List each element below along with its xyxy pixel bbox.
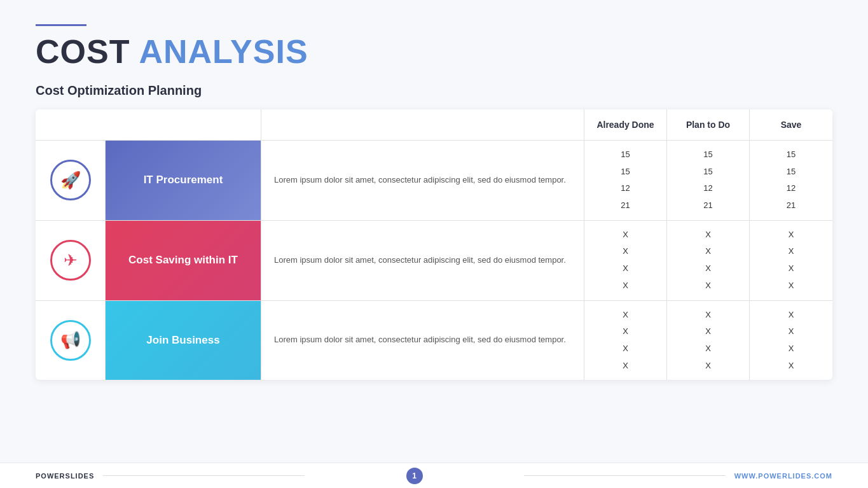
- footer-line-left: [103, 475, 305, 476]
- megaphone-icon: 📢: [50, 320, 91, 361]
- col-header-save: Save: [750, 109, 832, 140]
- page-badge: 1: [406, 468, 423, 484]
- data-val: X: [705, 227, 711, 243]
- label-cell-cost-saving: Cost Saving within IT: [106, 221, 261, 300]
- data-val: X: [705, 307, 711, 323]
- data-already-done-cost-saving: X X X X: [584, 221, 667, 300]
- data-val: X: [623, 227, 628, 243]
- data-val: 21: [621, 198, 630, 214]
- icon-cell-cost-saving: ✈: [36, 221, 106, 300]
- data-val: X: [623, 278, 628, 294]
- footer-website: WWW.POWERLIDES.COM: [734, 472, 832, 480]
- data-val: 15: [787, 147, 796, 163]
- data-already-done-procurement: 15 15 12 21: [584, 141, 667, 220]
- data-val: 12: [621, 181, 630, 197]
- data-val: X: [789, 324, 794, 340]
- data-save-procurement: 15 15 12 21: [750, 141, 832, 220]
- data-plan-to-do-cost-saving: X X X X: [667, 221, 750, 300]
- data-val: 21: [703, 198, 712, 214]
- data-val: 15: [703, 147, 712, 163]
- data-val: 15: [703, 164, 712, 180]
- col-header-plan-to-do: Plan to Do: [667, 109, 750, 140]
- footer-line-right: [524, 475, 726, 476]
- data-val: 12: [703, 181, 712, 197]
- data-val: 15: [621, 147, 630, 163]
- data-val: X: [789, 307, 794, 323]
- main-content: Cost Optimization Planning Already Done …: [0, 83, 868, 380]
- data-val: X: [705, 324, 711, 340]
- send-icon: ✈: [50, 240, 91, 281]
- title-cost: COST: [36, 32, 130, 71]
- data-val: 12: [787, 181, 796, 197]
- data-plan-to-do-procurement: 15 15 12 21: [667, 141, 750, 220]
- data-save-cost-saving: X X X X: [750, 221, 832, 300]
- header-spacer: [36, 109, 261, 140]
- label-cell-join-business: Join Business: [106, 301, 261, 380]
- desc-text-procurement: Lorem ipsum dolor sit amet, consectetur …: [274, 174, 566, 187]
- data-val: 21: [787, 198, 796, 214]
- table-header-row: Already Done Plan to Do Save: [36, 109, 832, 141]
- data-val: X: [623, 307, 628, 323]
- full-table: Already Done Plan to Do Save 🚀 IT Procur…: [36, 109, 832, 380]
- footer-brand: POWERSLIDES: [36, 472, 94, 480]
- header-desc-spacer: [261, 109, 584, 140]
- data-val: X: [705, 341, 711, 357]
- data-val: X: [789, 261, 794, 277]
- table-container: Already Done Plan to Do Save 🚀 IT Procur…: [36, 109, 832, 380]
- icon-cell-join-business: 📢: [36, 301, 106, 380]
- data-val: X: [623, 244, 628, 260]
- data-val: X: [705, 244, 711, 260]
- title-analysis: ANALYSIS: [139, 32, 308, 71]
- header: COST ANALYSIS: [0, 0, 868, 83]
- data-val: X: [623, 324, 628, 340]
- data-save-join-business: X X X X: [750, 301, 832, 380]
- data-val: X: [705, 261, 711, 277]
- col-header-already-done: Already Done: [584, 109, 667, 140]
- data-val: X: [623, 358, 628, 374]
- data-val: X: [789, 244, 794, 260]
- footer-line-group: 1: [94, 468, 734, 484]
- desc-cell-cost-saving: Lorem ipsum dolor sit amet, consectetur …: [261, 221, 584, 300]
- page-wrapper: COST ANALYSIS Cost Optimization Planning…: [0, 0, 868, 488]
- rocket-icon: 🚀: [50, 160, 91, 200]
- data-val: X: [789, 341, 794, 357]
- title-row: COST ANALYSIS: [36, 32, 832, 71]
- footer-center: 1: [313, 468, 515, 484]
- data-val: X: [705, 278, 711, 294]
- data-val: X: [789, 278, 794, 294]
- footer: POWERSLIDES 1 WWW.POWERLIDES.COM: [0, 463, 868, 488]
- data-val: X: [705, 358, 711, 374]
- desc-cell-join-business: Lorem ipsum dolor sit amet, consectetur …: [261, 301, 584, 380]
- brand-suffix: SLIDES: [65, 472, 95, 480]
- data-val: 15: [787, 164, 796, 180]
- data-val: X: [789, 358, 794, 374]
- table-row: 🚀 IT Procurement Lorem ipsum dolor sit a…: [36, 141, 832, 221]
- icon-cell-procurement: 🚀: [36, 141, 106, 220]
- data-val: X: [623, 341, 628, 357]
- data-val: 15: [621, 164, 630, 180]
- data-val: X: [789, 227, 794, 243]
- data-already-done-join-business: X X X X: [584, 301, 667, 380]
- brand-prefix: POWER: [36, 472, 65, 480]
- table-row: 📢 Join Business Lorem ipsum dolor sit am…: [36, 301, 832, 380]
- desc-cell-procurement: Lorem ipsum dolor sit amet, consectetur …: [261, 141, 584, 220]
- desc-text-join-business: Lorem ipsum dolor sit amet, consectetur …: [274, 333, 566, 347]
- data-plan-to-do-join-business: X X X X: [667, 301, 750, 380]
- table-row: ✈ Cost Saving within IT Lorem ipsum dolo…: [36, 221, 832, 301]
- section-title: Cost Optimization Planning: [36, 83, 832, 98]
- label-cell-procurement: IT Procurement: [106, 141, 261, 220]
- header-line: [36, 24, 86, 26]
- data-val: X: [623, 261, 628, 277]
- desc-text-cost-saving: Lorem ipsum dolor sit amet, consectetur …: [274, 254, 566, 267]
